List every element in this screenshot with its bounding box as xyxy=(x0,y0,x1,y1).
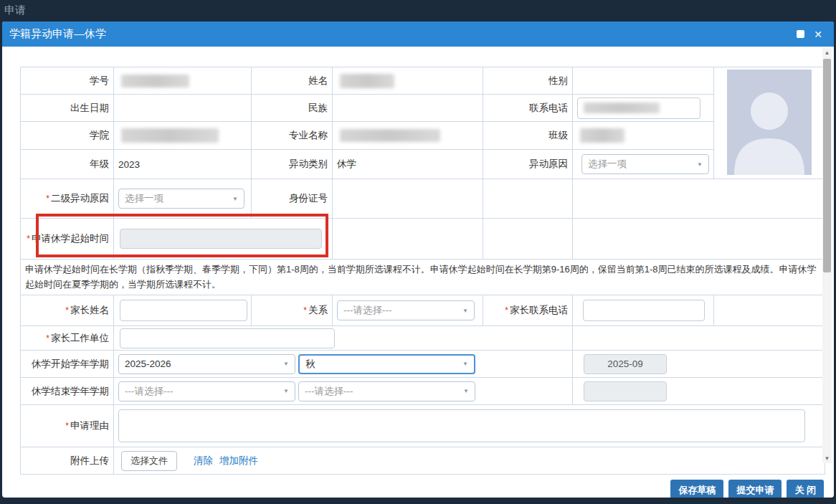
id-number-label: 身份证号 xyxy=(252,179,333,219)
empty-cell xyxy=(333,219,483,260)
parent-workunit-cell xyxy=(114,326,573,351)
parent-name-input[interactable] xyxy=(120,300,247,321)
grade-label: 年级 xyxy=(21,150,114,179)
add-attachment-link[interactable]: 增加附件 xyxy=(219,455,258,467)
leave-end-season-select[interactable]: ---请选择--- ▼ xyxy=(298,381,475,401)
dialog-title: 学籍异动申请—休学 xyxy=(2,27,797,41)
student-id-value xyxy=(114,67,252,95)
leave-start-year-select[interactable]: 2025-2026 ▼ xyxy=(118,354,295,374)
secondary-reason-label: 二级异动原因 xyxy=(51,193,109,204)
birth-date-value xyxy=(114,95,252,122)
dialog-body: 学号 姓名 性别 出生日期 xyxy=(2,47,834,475)
application-reason-textarea[interactable] xyxy=(118,409,805,442)
student-photo xyxy=(727,70,812,175)
scroll-up-icon[interactable]: ▲ xyxy=(822,48,832,57)
empty-cell xyxy=(573,326,825,351)
clear-attachment-link[interactable]: 清除 xyxy=(194,455,213,467)
id-number-value xyxy=(333,179,483,219)
leave-end-month-cell xyxy=(573,378,825,405)
class-value xyxy=(573,122,714,150)
dialog-footer: 保存草稿 提交申请 关 闭 xyxy=(2,475,834,498)
close-button[interactable]: 关 闭 xyxy=(787,480,824,498)
secondary-reason-cell: 选择一项 ▼ xyxy=(114,179,252,219)
scrollbar[interactable]: ▲ ▼ xyxy=(822,48,832,463)
reason-cell xyxy=(114,405,825,447)
parent-phone-cell xyxy=(573,295,714,326)
dropdown-arrow-icon: ▼ xyxy=(697,161,703,168)
redacted-name xyxy=(340,74,394,88)
leave-end-month-input xyxy=(584,381,667,401)
relation-select[interactable]: ---请选择--- ▼ xyxy=(337,300,475,320)
dropdown-arrow-icon: ▼ xyxy=(283,361,289,367)
grade-value: 2023 xyxy=(114,150,252,179)
leave-end-year-select[interactable]: ---请选择--- ▼ xyxy=(118,381,295,401)
parent-phone-label-cell: *家长联系电话 xyxy=(483,295,573,326)
leave-start-month-cell: 2025-09 xyxy=(573,351,825,378)
dialog-header: 学籍异动申请—休学 ✕ xyxy=(2,22,834,47)
attachment-cell: 选择文件 清除 增加附件 xyxy=(114,447,825,475)
scrollbar-thumb[interactable] xyxy=(823,59,831,272)
scroll-down-icon[interactable]: ▼ xyxy=(822,454,832,463)
leave-start-time-label: 申请休学起始时间 xyxy=(32,233,109,244)
leave-end-term-cell: ---请选择--- ▼ ---请选择--- ▼ xyxy=(114,378,573,405)
parent-phone-label: 家长联系电话 xyxy=(510,305,568,315)
maximize-icon[interactable] xyxy=(797,30,804,38)
secondary-reason-label-cell: *二级异动原因 xyxy=(21,179,114,219)
leave-start-month-input: 2025-09 xyxy=(584,354,667,374)
reason-label: 申请理由 xyxy=(70,420,109,431)
leave-start-time-input[interactable] xyxy=(120,229,322,249)
class-label: 班级 xyxy=(483,122,573,150)
secondary-reason-select[interactable]: 选择一项 ▼ xyxy=(118,189,244,209)
contact-phone-input[interactable] xyxy=(577,98,700,119)
redacted-class xyxy=(580,128,624,143)
parent-name-label: 家长姓名 xyxy=(70,305,109,315)
gender-value xyxy=(573,67,714,95)
empty-cell xyxy=(714,295,825,326)
leave-start-term-cell: 2025-2026 ▼ 秋 ▼ xyxy=(114,351,573,378)
parent-workunit-label-cell: *家长工作单位 xyxy=(21,326,114,351)
redacted-major xyxy=(340,129,440,142)
contact-phone-label: 联系电话 xyxy=(483,95,573,122)
college-label: 学院 xyxy=(21,122,114,150)
redacted-college xyxy=(121,128,219,143)
birth-date-label: 出生日期 xyxy=(21,95,114,122)
choose-file-button[interactable]: 选择文件 xyxy=(121,451,177,471)
student-id-label: 学号 xyxy=(21,67,114,95)
change-type-label: 异动类别 xyxy=(252,150,333,179)
change-reason-label: 异动原因 xyxy=(483,150,573,179)
parent-phone-input[interactable] xyxy=(583,300,705,321)
leave-policy-notice: 申请休学起始时间在长学期（指秋季学期、春季学期，下同）第1-8周的，当前学期所选… xyxy=(21,260,825,295)
relation-cell: ---请选择--- ▼ xyxy=(333,295,483,326)
dropdown-arrow-icon: ▼ xyxy=(462,361,468,367)
photo-cell xyxy=(714,67,825,179)
leave-start-time-label-cell: *申请休学起始时间 xyxy=(21,219,114,260)
parent-workunit-input[interactable] xyxy=(120,328,335,348)
change-reason-select[interactable]: 选择一项 ▼ xyxy=(581,154,709,174)
leave-start-season-select[interactable]: 秋 ▼ xyxy=(298,354,475,374)
reason-label-cell: *申请理由 xyxy=(21,405,114,447)
empty-cell xyxy=(573,219,825,260)
parent-name-cell xyxy=(114,295,252,326)
close-icon[interactable]: ✕ xyxy=(814,29,822,39)
relation-label: 关系 xyxy=(308,305,328,315)
empty-cell xyxy=(483,179,573,219)
dropdown-arrow-icon: ▼ xyxy=(462,308,468,314)
parent-name-label-cell: *家长姓名 xyxy=(21,295,114,326)
redacted-student-id xyxy=(121,75,189,87)
dropdown-arrow-icon: ▼ xyxy=(232,196,238,202)
name-label: 姓名 xyxy=(252,67,333,95)
parent-workunit-label: 家长工作单位 xyxy=(51,333,109,343)
ethnicity-label: 民族 xyxy=(252,95,333,122)
leave-start-time-cell xyxy=(114,219,333,260)
gender-label: 性别 xyxy=(483,67,573,95)
empty-cell xyxy=(573,179,825,219)
save-draft-button[interactable]: 保存草稿 xyxy=(670,480,723,498)
ethnicity-value xyxy=(333,95,483,122)
dropdown-arrow-icon: ▼ xyxy=(283,388,289,394)
change-type-value: 休学 xyxy=(333,150,483,179)
change-reason-cell: 选择一项 ▼ xyxy=(573,150,714,179)
background-menu-label: 申请 xyxy=(0,0,836,22)
submit-application-button[interactable]: 提交申请 xyxy=(728,480,782,498)
contact-phone-cell xyxy=(573,95,714,122)
attachment-label: 附件上传 xyxy=(21,447,114,475)
